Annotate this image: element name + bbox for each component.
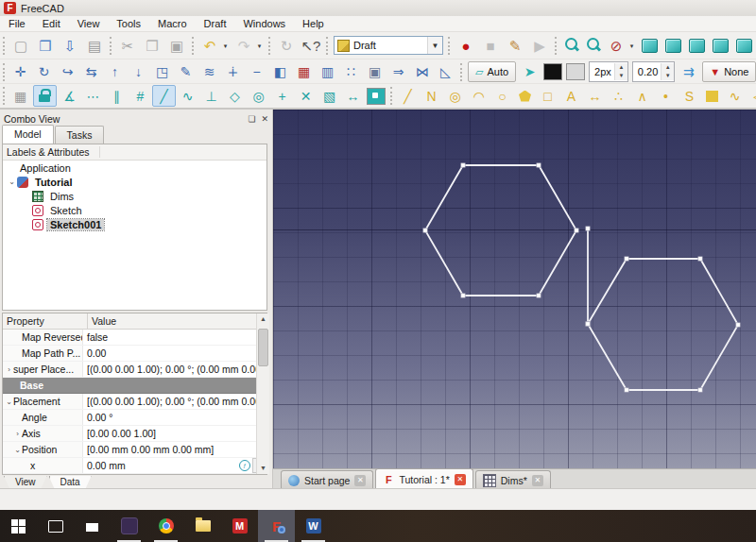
tree-item-application[interactable]: Application	[3, 161, 266, 175]
sketch-vertex[interactable]	[423, 229, 427, 232]
right-view-icon[interactable]	[713, 39, 729, 53]
snap-endpoint-icon[interactable]: ∡	[58, 85, 81, 107]
hexagon-2[interactable]	[588, 259, 738, 390]
property-row-x[interactable]: x0.00 mmƒ▲▼	[3, 458, 266, 474]
sketch-vertex[interactable]	[537, 163, 541, 167]
draft-point-tools-icon[interactable]: ∴	[607, 85, 630, 107]
draft-point-icon[interactable]: •	[654, 85, 678, 107]
snap-working-plane-swatch[interactable]	[367, 88, 386, 105]
workbench-dropdown-icon[interactable]: ▼	[427, 37, 442, 54]
property-row-placement[interactable]: ⌄Placement[(0.00 0.00 1.00); 0.00 °; (0.…	[3, 394, 266, 410]
draft-facebinder-icon[interactable]	[706, 91, 718, 102]
property-row-axis[interactable]: ›Axis[0.00 0.00 1.00]	[3, 426, 266, 442]
draft-wire-icon[interactable]: N	[420, 85, 443, 107]
macro-play-icon[interactable]: ▶	[527, 34, 552, 57]
face-color-swatch[interactable]	[566, 63, 585, 80]
taskbar-task-view[interactable]	[37, 510, 74, 542]
property-value[interactable]: [(0.00 0.00 1.00); 0.00 °; (0.00 mm 0.00…	[83, 396, 266, 407]
tree-item-sketch[interactable]: Sketch	[3, 203, 266, 217]
document-tab-tutorial-1-[interactable]: FTutorial : 1*✕	[375, 468, 472, 489]
property-value[interactable]: [(0.00 0.00 1.00); 0.00 °; (0.00 mm 0.00…	[83, 364, 266, 375]
property-value[interactable]: 0.00	[83, 347, 266, 359]
taskbar-mail-m[interactable]: M	[221, 510, 258, 542]
snap-near-icon[interactable]: ╱	[152, 85, 176, 107]
close-tab-icon[interactable]: ✕	[455, 474, 466, 485]
menu-item-macro[interactable]: Macro	[149, 16, 196, 31]
open-file-icon[interactable]: ❒	[33, 34, 58, 57]
menu-item-tools[interactable]: Tools	[108, 16, 149, 31]
whats-this-icon[interactable]: ↖?	[299, 34, 323, 57]
document-tab-dims-[interactable]: Dims*✕	[475, 470, 551, 489]
cut-icon[interactable]: ✂	[115, 34, 140, 57]
taskbar-store[interactable]	[74, 510, 111, 542]
sketch-vertex[interactable]	[625, 257, 628, 261]
snap-intersection-icon[interactable]: ✕	[294, 85, 318, 107]
property-row-map-path-p-[interactable]: Map Path P...0.00	[3, 346, 266, 362]
draft-arc-icon[interactable]: ◠	[467, 85, 490, 107]
working-plane-button[interactable]: ▱Auto	[468, 61, 516, 82]
taskbar-chrome[interactable]	[147, 510, 184, 542]
snap-dimensions-icon[interactable]: ↔	[341, 85, 365, 107]
draft-stretch-icon[interactable]: ◺	[434, 61, 457, 83]
property-scrollbar[interactable]: ▲ ▼	[256, 313, 269, 474]
property-value[interactable]: 0.00 mmƒ▲▼	[83, 458, 266, 473]
line-width-spin-arrows[interactable]: ▲▼	[614, 63, 627, 80]
sketch-vertex[interactable]	[575, 229, 578, 232]
draft-path-array-icon[interactable]: ▥	[316, 61, 339, 83]
draft-arc-3points-icon[interactable]: ∧	[630, 85, 654, 107]
property-row-angle[interactable]: Angle0.00 °	[3, 410, 266, 426]
paste-icon[interactable]: ▣	[164, 34, 189, 57]
panel-tab-view[interactable]: View	[4, 476, 47, 489]
sketch-vertex[interactable]	[537, 294, 541, 297]
snap-lock-icon[interactable]	[33, 85, 57, 107]
draft-dimension-icon[interactable]: ↔	[583, 85, 607, 107]
taskbar-freecad[interactable]: F	[258, 510, 295, 542]
undo-dropdown-icon[interactable]: ▾	[219, 34, 232, 57]
draft-remove-point-icon[interactable]: −	[245, 61, 268, 83]
draft-move-icon[interactable]: ✛	[9, 61, 32, 83]
tab-tasks[interactable]: Tasks	[55, 126, 105, 144]
3d-viewport[interactable]	[273, 110, 756, 468]
draft-array-icon[interactable]: ▦	[292, 61, 316, 83]
draft-point-array-icon[interactable]: ∷	[339, 61, 363, 83]
isometric-view-icon[interactable]	[642, 39, 658, 53]
sketch-vertex[interactable]	[625, 388, 628, 392]
draft-shapestring-icon[interactable]: S	[678, 85, 701, 107]
scroll-thumb[interactable]	[258, 329, 268, 366]
close-panel-icon[interactable]: ✕	[261, 114, 268, 124]
draft-edit-icon[interactable]: ✎	[174, 61, 198, 83]
redo-dropdown-icon[interactable]: ▾	[253, 34, 266, 57]
sketch-vertex[interactable]	[698, 257, 702, 261]
draft-line-icon[interactable]: ╱	[396, 85, 420, 107]
line-width-spinbox[interactable]: 2px▲▼	[589, 61, 628, 82]
snap-parallel-icon[interactable]: ∥	[105, 85, 129, 107]
draft-polygon-icon[interactable]	[519, 91, 531, 102]
autogroup-button[interactable]: ▼None	[702, 61, 756, 82]
draft-mirror-icon[interactable]: ⋈	[410, 61, 434, 83]
zoom-icon[interactable]	[584, 36, 602, 55]
scroll-up-icon[interactable]: ▲	[260, 313, 266, 325]
draft-clone-icon[interactable]: ▣	[363, 61, 387, 83]
snap-center-icon[interactable]: ◎	[247, 85, 270, 107]
taskbar-start-button[interactable]	[0, 510, 37, 542]
draft-bspline-icon[interactable]: ∿	[723, 85, 747, 107]
snap-perpendicular-icon[interactable]: ⊥	[199, 85, 223, 107]
float-panel-icon[interactable]: ❏	[248, 114, 255, 124]
tab-model[interactable]: Model	[2, 125, 54, 144]
text-scale-spin-arrows[interactable]: ▲▼	[661, 63, 674, 80]
macro-record-icon[interactable]: ●	[454, 34, 478, 57]
property-row-super-place-[interactable]: ›super Place...[(0.00 0.00 1.00); 0.00 °…	[3, 362, 266, 378]
snap-extension-icon[interactable]: ∿	[176, 85, 199, 107]
print-icon[interactable]: ▤	[82, 34, 107, 57]
fit-all-icon[interactable]	[562, 36, 580, 55]
draft-subelement-icon[interactable]: ≋	[198, 61, 221, 83]
snap-angle-icon[interactable]: ◇	[223, 85, 247, 107]
snap-grid-icon[interactable]: #	[129, 85, 152, 107]
sketch-vertex[interactable]	[736, 323, 740, 327]
draft-ellipse-icon[interactable]: ○	[490, 85, 514, 107]
refresh-icon[interactable]: ↻	[274, 34, 299, 57]
property-row-map-reversed[interactable]: Map Reversedfalse	[3, 330, 266, 346]
menu-item-windows[interactable]: Windows	[234, 16, 294, 31]
draft-add-point-icon[interactable]: ∔	[221, 61, 245, 83]
tree-item-sketch001[interactable]: Sketch001	[3, 217, 266, 231]
